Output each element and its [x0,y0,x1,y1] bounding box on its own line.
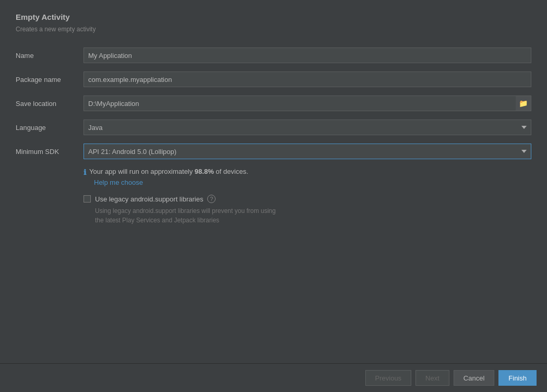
name-input[interactable] [84,47,531,63]
info-icon: ℹ [84,168,86,176]
info-row: ℹ Your app will run on approximately 98.… [84,168,531,176]
form-container: Name Package name Save location 📁 Langua… [16,47,531,168]
help-me-choose-link[interactable]: Help me choose [94,179,531,186]
save-location-input-group: 📁 [84,96,531,111]
legacy-checkbox-description: Using legacy android.support libraries w… [95,206,531,225]
info-prefix: Your app will run on approximately [89,168,195,175]
next-button[interactable]: Next [415,370,449,386]
finish-button[interactable]: Finish [498,370,537,386]
legacy-checkbox-section: Use legacy android.support libraries ? U… [84,195,531,225]
package-row: Package name [16,72,531,87]
previous-button[interactable]: Previous [365,370,412,386]
legacy-checkbox[interactable] [84,195,91,203]
info-suffix: of devices. [214,168,248,175]
main-content: Empty Activity Creates a new empty activ… [0,0,547,363]
legacy-checkbox-row: Use legacy android.support libraries ? [84,195,531,203]
folder-icon: 📁 [519,99,528,108]
question-icon[interactable]: ? [207,195,216,203]
page-subtitle: Creates a new empty activity [16,26,531,33]
name-row: Name [16,47,531,63]
sdk-select[interactable]: API 21: Android 5.0 (Lollipop) API 22: A… [84,144,531,159]
info-text: Your app will run on approximately 98.8%… [89,168,248,175]
name-label: Name [16,52,84,60]
sdk-row: Minimum SDK API 21: Android 5.0 (Lollipo… [16,144,531,159]
package-label: Package name [16,76,84,84]
browse-folder-button[interactable]: 📁 [516,96,531,111]
legacy-checkbox-label: Use legacy android.support libraries [95,195,203,203]
page-title: Empty Activity [16,13,531,21]
language-label: Language [16,124,84,132]
cancel-button[interactable]: Cancel [454,370,494,386]
info-percentage: 98.8% [195,168,214,175]
footer: Previous Next Cancel Finish [0,363,547,392]
language-row: Language Java Kotlin [16,120,531,135]
package-input[interactable] [84,72,531,87]
legacy-desc-line1: Using legacy android.support libraries w… [95,207,276,215]
language-select[interactable]: Java Kotlin [84,120,531,135]
save-location-input[interactable] [84,96,516,111]
info-section: ℹ Your app will run on approximately 98.… [84,168,531,186]
legacy-desc-line2: the latest Play Services and Jetpack lib… [95,217,219,224]
sdk-label: Minimum SDK [16,148,84,156]
save-location-label: Save location [16,100,84,108]
save-location-row: Save location 📁 [16,96,531,111]
